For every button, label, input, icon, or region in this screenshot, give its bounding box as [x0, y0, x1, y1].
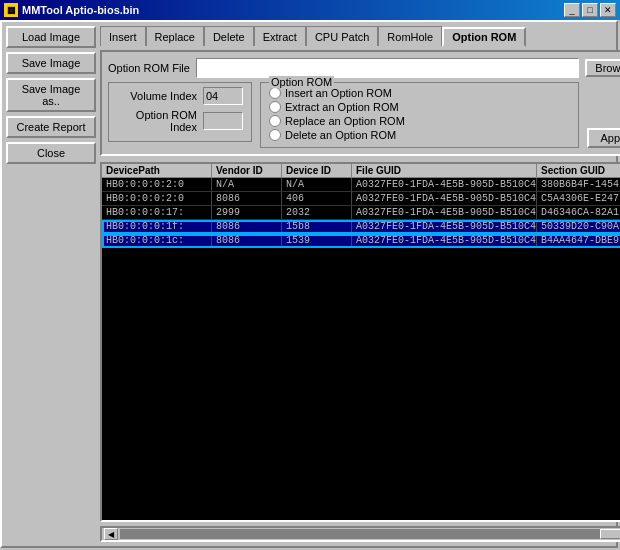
- table-cell: B4AA4647-DBE9-4A: [537, 234, 620, 247]
- option-rom-index-label: Option ROM Index: [117, 109, 197, 133]
- option-rom-index-input[interactable]: [203, 112, 243, 130]
- table-row[interactable]: HB0:0:0:0:17:29992032A0327FE0-1FDA-4E5B-…: [102, 206, 620, 220]
- table-cell: 1539: [282, 234, 352, 247]
- table-cell: 8086: [212, 234, 282, 247]
- tab-delete[interactable]: Delete: [204, 26, 254, 46]
- radio-extract-label: Extract an Option ROM: [285, 101, 399, 113]
- volume-index-label: Volume Index: [117, 90, 197, 102]
- title-bar-buttons: _ □ ✕: [564, 3, 616, 17]
- option-rom-index-row: Option ROM Index: [117, 109, 243, 133]
- table-cell: N/A: [212, 178, 282, 191]
- col-header-section-guid: Section GUID: [537, 164, 620, 177]
- tab-cpu-patch[interactable]: CPU Patch: [306, 26, 378, 46]
- table-body: HB0:0:0:0:2:0N/AN/AA0327FE0-1FDA-4E5B-90…: [102, 178, 620, 248]
- radio-delete-label: Delete an Option ROM: [285, 129, 396, 141]
- tab-insert[interactable]: Insert: [100, 26, 146, 46]
- table-row[interactable]: HB0:0:0:0:2:08086406A0327FE0-1FDA-4E5B-9…: [102, 192, 620, 206]
- table-cell: HB0:0:0:0:2:0: [102, 192, 212, 205]
- group-title: Option ROM: [269, 76, 334, 88]
- table-cell: A0327FE0-1FDA-4E5B-905D-B510C45A61D0: [352, 206, 537, 219]
- create-report-button[interactable]: Create Report: [6, 116, 96, 138]
- radio-delete[interactable]: Delete an Option ROM: [269, 129, 570, 141]
- layout: Load Image Save Image Save Image as.. Cr…: [2, 22, 616, 546]
- tab-bar: Insert Replace Delete Extract CPU Patch …: [100, 26, 620, 46]
- table-row[interactable]: HB0:0:0:0:1f:808615b8A0327FE0-1FDA-4E5B-…: [102, 220, 620, 234]
- table-cell: 380B6B4F-1454-41F: [537, 178, 620, 191]
- table-cell: 2999: [212, 206, 282, 219]
- col-header-device-id: Device ID: [282, 164, 352, 177]
- tab-replace[interactable]: Replace: [146, 26, 204, 46]
- col-header-file-guid: File GUID: [352, 164, 537, 177]
- radio-insert-circle: [269, 87, 281, 99]
- table-container: DevicePath Vendor ID Device ID File GUID…: [100, 162, 620, 522]
- maximize-button[interactable]: □: [582, 3, 598, 17]
- table-cell: HB0:0:0:0:2:0: [102, 178, 212, 191]
- radio-replace[interactable]: Replace an Option ROM: [269, 115, 570, 127]
- right-panel: Insert Replace Delete Extract CPU Patch …: [100, 26, 620, 542]
- scroll-track[interactable]: [120, 529, 620, 539]
- option-rom-radio-group: Option ROM Insert an Option ROM Extract …: [260, 82, 579, 148]
- table-header: DevicePath Vendor ID Device ID File GUID…: [102, 164, 620, 178]
- table-cell: D46346CA-82A1-4C: [537, 206, 620, 219]
- radio-replace-circle: [269, 115, 281, 127]
- table-cell: 8086: [212, 220, 282, 233]
- table-cell: HB0:0:0:0:1f:: [102, 220, 212, 233]
- col-header-vendor-id: Vendor ID: [212, 164, 282, 177]
- app-icon: ▦: [4, 3, 18, 17]
- table-cell: HB0:0:0:0:1c:: [102, 234, 212, 247]
- radio-delete-circle: [269, 129, 281, 141]
- browse-button[interactable]: Browse: [585, 59, 620, 77]
- scroll-left-arrow[interactable]: ◀: [104, 528, 118, 540]
- left-panel: Load Image Save Image Save Image as.. Cr…: [6, 26, 96, 542]
- table-cell: A0327FE0-1FDA-4E5B-905D-B510C45A61D0: [352, 192, 537, 205]
- table-cell: 8086: [212, 192, 282, 205]
- tab-romhole[interactable]: RomHole: [378, 26, 442, 46]
- radio-extract[interactable]: Extract an Option ROM: [269, 101, 570, 113]
- file-row: Option ROM File Browse: [108, 58, 620, 78]
- index-group-box: Volume Index Option ROM Index: [108, 82, 252, 142]
- table-cell: A0327FE0-1FDA-4E5B-905D-B510C45A61D0: [352, 220, 537, 233]
- save-image-as-button[interactable]: Save Image as..: [6, 78, 96, 112]
- title-bar-text: MMTool Aptio-bios.bin: [22, 4, 139, 16]
- scrollbar-area[interactable]: ◀ ▶: [100, 526, 620, 542]
- table-cell: 406: [282, 192, 352, 205]
- title-bar-left: ▦ MMTool Aptio-bios.bin: [4, 3, 139, 17]
- close-button-left[interactable]: Close: [6, 142, 96, 164]
- radio-extract-circle: [269, 101, 281, 113]
- radio-insert-label: Insert an Option ROM: [285, 87, 392, 99]
- minimize-button[interactable]: _: [564, 3, 580, 17]
- col-header-device-path: DevicePath: [102, 164, 212, 177]
- apply-button[interactable]: Apply: [587, 128, 621, 148]
- content-area: Option ROM File Browse Volume Index Opti…: [100, 50, 620, 156]
- radio-insert[interactable]: Insert an Option ROM: [269, 87, 570, 99]
- table-cell: 2032: [282, 206, 352, 219]
- tab-extract[interactable]: Extract: [254, 26, 306, 46]
- save-image-button[interactable]: Save Image: [6, 52, 96, 74]
- table-cell: 50339D20-C90A-4B: [537, 220, 620, 233]
- close-button[interactable]: ✕: [600, 3, 616, 17]
- volume-index-input[interactable]: [203, 87, 243, 105]
- table-cell: A0327FE0-1FDA-4E5B-905D-B510C45A61D0: [352, 178, 537, 191]
- radio-replace-label: Replace an Option ROM: [285, 115, 405, 127]
- table-row[interactable]: HB0:0:0:0:2:0N/AN/AA0327FE0-1FDA-4E5B-90…: [102, 178, 620, 192]
- file-input[interactable]: [196, 58, 579, 78]
- table-cell: 15b8: [282, 220, 352, 233]
- table-cell: C5A4306E-E247-4E: [537, 192, 620, 205]
- main-window: Load Image Save Image Save Image as.. Cr…: [0, 20, 618, 548]
- scroll-thumb[interactable]: [600, 529, 620, 539]
- tab-option-rom[interactable]: Option ROM: [442, 27, 526, 47]
- table-cell: A0327FE0-1FDA-4E5B-905D-B510C45A61D0: [352, 234, 537, 247]
- table-cell: HB0:0:0:0:17:: [102, 206, 212, 219]
- table-cell: N/A: [282, 178, 352, 191]
- table-row[interactable]: HB0:0:0:0:1c:80861539A0327FE0-1FDA-4E5B-…: [102, 234, 620, 248]
- load-image-button[interactable]: Load Image: [6, 26, 96, 48]
- title-bar: ▦ MMTool Aptio-bios.bin _ □ ✕: [0, 0, 620, 20]
- file-label: Option ROM File: [108, 62, 190, 74]
- volume-index-row: Volume Index: [117, 87, 243, 105]
